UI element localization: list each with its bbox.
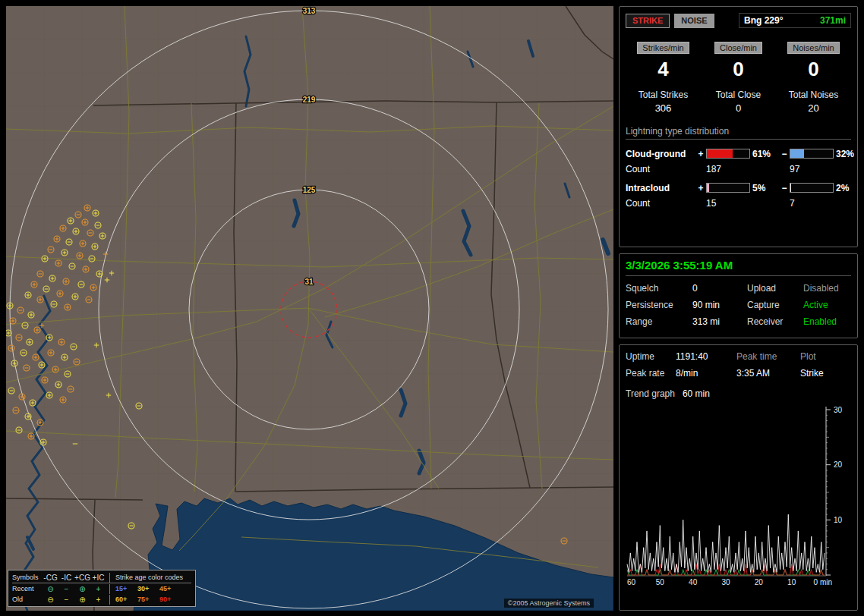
lightning-map[interactable]: 31321912531 Symbols -CG -IC +CG +IC Stri… <box>6 6 613 611</box>
trend-x-tick-label: 30 <box>721 578 730 586</box>
total-strikes-value: 306 <box>626 102 701 114</box>
intracloud-count-row: Count 15 7 <box>626 195 851 215</box>
neg-cg-recent-icon: ⊖ <box>43 584 58 594</box>
uptime-value: 1191:40 <box>676 351 736 362</box>
peak-rate-label: Peak rate <box>626 368 676 379</box>
cg-negative-pct: 32% <box>834 149 856 159</box>
strikes-column: Strikes/min 4 Total Strikes 306 <box>626 42 701 114</box>
map-legend: Symbols -CG -IC +CG +IC Strike age color… <box>8 570 196 607</box>
strikes-per-min-header[interactable]: Strikes/min <box>637 42 689 54</box>
cloud-ground-count-row: Count 187 97 <box>626 161 851 181</box>
cg-positive-pct: 61% <box>750 149 779 159</box>
peak-rate-value: 8/min <box>676 368 736 379</box>
cg-negative-bar <box>790 149 834 159</box>
legend-col-neg-cg: -CG <box>43 573 58 583</box>
bearing-value: Bng 229° <box>744 15 783 26</box>
capture-label: Capture <box>747 300 803 310</box>
cg-count-label: Count <box>626 164 695 174</box>
squelch-label: Squelch <box>626 283 692 294</box>
rate-counters: Strikes/min 4 Total Strikes 306 Close/mi… <box>626 42 851 114</box>
clock-display: 3/3/2026 3:55:19 AM <box>626 259 851 276</box>
age-30: 30+ <box>137 584 159 594</box>
plot-value: Strike <box>800 368 851 379</box>
range-ring-label: 313 <box>303 7 316 15</box>
upload-status: Disabled <box>803 283 851 294</box>
trend-y-tick-label: 30 <box>834 406 843 414</box>
legend-recent-row: Recent ⊖ − ⊕ + 15+ 30+ 45+ <box>12 583 191 594</box>
intracloud-row: Intracloud + 5% − 2% <box>626 181 851 195</box>
cg-negative-count: 97 <box>790 164 834 174</box>
trend-info-grid: Uptime 1191:40 Peak time Plot Peak rate … <box>626 351 851 379</box>
trend-graph-caption: Trend graph 60 min <box>626 388 851 399</box>
total-close-value: 0 <box>701 102 776 114</box>
range-ring-label: 31 <box>304 278 314 286</box>
plot-label: Plot <box>800 351 851 362</box>
legend-age-header: Strike age color codes <box>109 573 191 583</box>
minus-sign: − <box>779 183 790 193</box>
ic-positive-pct: 5% <box>750 183 779 193</box>
age-45: 45+ <box>159 584 181 594</box>
close-per-min-value: 0 <box>701 58 776 81</box>
peak-time-label: Peak time <box>736 351 800 362</box>
capture-status: Active <box>803 300 851 310</box>
settings-grid: Squelch 0 Upload Disabled Persistence 90… <box>626 283 851 327</box>
ic-positive-bar <box>706 183 750 193</box>
noise-toggle-button[interactable]: NOISE <box>674 14 714 28</box>
trend-series-strikes <box>627 514 825 572</box>
legend-old-row: Old ⊖ − ⊕ + 60+ 75+ 90+ <box>12 594 191 605</box>
legend-recent-label: Recent <box>12 584 43 594</box>
strike-toggle-button[interactable]: STRIKE <box>626 14 670 28</box>
stats-panel: STRIKE NOISE Bng 229° 371mi Strikes/min … <box>619 6 858 247</box>
legend-symbols-header: Symbols <box>12 573 43 583</box>
ic-count-label: Count <box>626 198 695 209</box>
uptime-label: Uptime <box>626 351 676 362</box>
intracloud-label: Intracloud <box>626 183 695 193</box>
range-ring-label: 219 <box>303 96 316 104</box>
age-15: 15+ <box>115 584 137 594</box>
receiver-status: Enabled <box>803 316 851 327</box>
trend-x-tick-label: 20 <box>755 578 764 586</box>
range-label: Range <box>626 316 692 327</box>
total-strikes-label: Total Strikes <box>626 90 701 100</box>
persistence-value: 90 min <box>692 300 747 310</box>
minus-sign: − <box>779 149 790 159</box>
cloud-ground-row: Cloud-ground + 61% − 32% <box>626 146 851 161</box>
trend-window-value: 60 min <box>683 388 710 399</box>
trend-x-tick-label: 50 <box>656 578 665 586</box>
nexstorm-app: 31321912531 Symbols -CG -IC +CG +IC Stri… <box>0 0 864 616</box>
mode-row: STRIKE NOISE Bng 229° 371mi <box>626 13 851 28</box>
total-noises-label: Total Noises <box>776 90 851 100</box>
total-close-label: Total Close <box>701 90 776 100</box>
close-per-min-header[interactable]: Close/min <box>714 42 762 54</box>
neg-cg-old-icon: ⊖ <box>43 595 58 605</box>
squelch-value: 0 <box>692 283 747 294</box>
trend-x-tick-label: 40 <box>689 578 698 586</box>
pos-ic-old-icon: + <box>90 595 106 605</box>
cloud-ground-label: Cloud-ground <box>626 149 695 159</box>
map-canvas: 31321912531 <box>6 6 613 611</box>
trend-panel: Uptime 1191:40 Peak time Plot Peak rate … <box>619 344 858 611</box>
pos-ic-recent-icon: + <box>90 584 106 594</box>
age-90: 90+ <box>159 595 181 605</box>
bearing-range-display: Bng 229° 371mi <box>739 13 851 28</box>
ic-negative-count: 7 <box>790 198 834 209</box>
noises-column: Noises/min 0 Total Noises 20 <box>776 42 851 114</box>
trend-y-tick-label: 10 <box>834 516 843 524</box>
receiver-label: Receiver <box>747 316 803 327</box>
upload-label: Upload <box>747 283 803 294</box>
legend-age-row2: 60+ 75+ 90+ <box>109 595 181 605</box>
trend-x-tick-label: 10 <box>787 578 796 586</box>
neg-ic-old-icon: − <box>58 595 74 605</box>
ic-negative-bar <box>790 183 834 193</box>
trend-y-tick-label: 20 <box>834 460 843 469</box>
trend-x-end-label: 0 min <box>814 578 832 586</box>
noises-per-min-header[interactable]: Noises/min <box>787 42 839 54</box>
status-panel: 3/3/2026 3:55:19 AM Squelch 0 Upload Dis… <box>619 253 858 338</box>
age-75: 75+ <box>137 595 159 605</box>
cg-positive-bar <box>706 149 750 159</box>
ic-positive-count: 15 <box>706 198 750 209</box>
legend-old-label: Old <box>12 595 43 605</box>
trend-series-close <box>627 564 825 576</box>
legend-header-row: Symbols -CG -IC +CG +IC Strike age color… <box>12 572 191 583</box>
trend-graph: 1020306050403020100 min <box>626 402 853 592</box>
